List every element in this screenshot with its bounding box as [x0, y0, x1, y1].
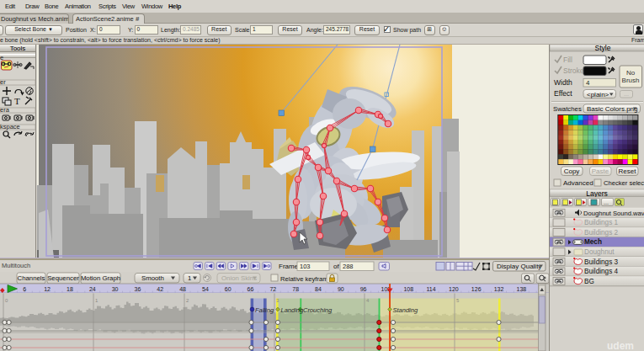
svg-text:Motion Graph: Motion Graph — [81, 274, 120, 282]
svg-text:era: era — [0, 106, 10, 114]
svg-text:Brush: Brush — [622, 77, 640, 84]
svg-text:Buildings 2: Buildings 2 — [584, 229, 619, 237]
svg-text:1: 1 — [188, 274, 191, 282]
svg-text:Doughnut Sound.wav: Doughnut Sound.wav — [583, 210, 644, 217]
svg-text:...: ... — [604, 199, 609, 205]
svg-text:Style: Style — [595, 45, 611, 52]
svg-text:36: 36 — [135, 286, 141, 292]
svg-text:Falling: Falling — [255, 306, 274, 314]
svg-text:Smooth: Smooth — [141, 274, 164, 282]
svg-text:96: 96 — [360, 286, 367, 292]
svg-text:54: 54 — [202, 286, 209, 292]
svg-text:Checker selection: Checker selection — [604, 179, 644, 187]
svg-text:Channels: Channels — [18, 274, 45, 282]
svg-text:Multitouch: Multitouch — [2, 262, 30, 269]
svg-text:Stroke: Stroke — [563, 66, 584, 75]
svg-text:er: er — [0, 78, 6, 86]
svg-text:18: 18 — [67, 286, 73, 292]
svg-text:Crouching: Crouching — [303, 306, 333, 314]
svg-text:Buildings 3: Buildings 3 — [584, 258, 619, 266]
svg-text:Frame: Frame — [279, 263, 299, 270]
svg-text:126: 126 — [471, 286, 482, 292]
svg-text:288: 288 — [343, 263, 354, 270]
svg-text:Buildings 1: Buildings 1 — [584, 219, 619, 226]
svg-text:No: No — [626, 69, 636, 77]
svg-text:48: 48 — [179, 286, 186, 292]
svg-text:78: 78 — [292, 286, 299, 292]
svg-text:Doughnut: Doughnut — [584, 248, 615, 256]
svg-text:84: 84 — [315, 286, 322, 292]
svg-text:108: 108 — [403, 286, 413, 292]
svg-text:42: 42 — [157, 286, 163, 292]
svg-text:Onion Skins: Onion Skins — [221, 274, 257, 282]
svg-text:Layers: Layers — [586, 189, 608, 198]
svg-text:120: 120 — [449, 286, 459, 292]
svg-text:Width: Width — [554, 78, 572, 87]
svg-text:Advanced: Advanced — [563, 179, 593, 187]
svg-text:Landing: Landing — [281, 306, 305, 314]
svg-text:Display Quality: Display Quality — [497, 263, 541, 270]
svg-text:103: 103 — [300, 263, 311, 270]
svg-text:6: 6 — [23, 286, 26, 292]
svg-text:Paste: Paste — [592, 168, 609, 175]
svg-text:4: 4 — [586, 79, 590, 87]
svg-text:30: 30 — [112, 286, 119, 292]
svg-text:Fill: Fill — [563, 56, 572, 64]
svg-text:kspace: kspace — [0, 123, 20, 130]
svg-text:<plain>: <plain> — [587, 91, 609, 98]
svg-text:Reset: Reset — [619, 168, 637, 175]
svg-text:60: 60 — [225, 286, 232, 292]
svg-text:Copy: Copy — [564, 168, 580, 175]
svg-text:72: 72 — [269, 286, 276, 292]
svg-text:114: 114 — [427, 286, 436, 292]
svg-text:Standing: Standing — [393, 306, 418, 314]
svg-text:Sequencer: Sequencer — [47, 274, 79, 282]
svg-text:24: 24 — [89, 286, 96, 292]
svg-text:BG: BG — [584, 278, 594, 285]
svg-text:of: of — [333, 263, 339, 270]
svg-text:12: 12 — [44, 286, 51, 292]
svg-text:138: 138 — [517, 286, 527, 292]
svg-text:Swatches: Swatches — [553, 105, 582, 113]
svg-text:Effect: Effect — [554, 89, 572, 98]
svg-text:Buildings 4: Buildings 4 — [584, 268, 619, 275]
svg-text:udem: udem — [607, 340, 634, 351]
svg-text:Mech: Mech — [584, 238, 602, 246]
svg-text:Basic Colors.png: Basic Colors.png — [587, 105, 637, 113]
svg-text:90: 90 — [338, 286, 344, 292]
svg-text:...: ... — [624, 91, 629, 97]
svg-text:66: 66 — [247, 286, 254, 292]
svg-text:T: T — [14, 96, 20, 106]
svg-text:132: 132 — [494, 286, 504, 292]
